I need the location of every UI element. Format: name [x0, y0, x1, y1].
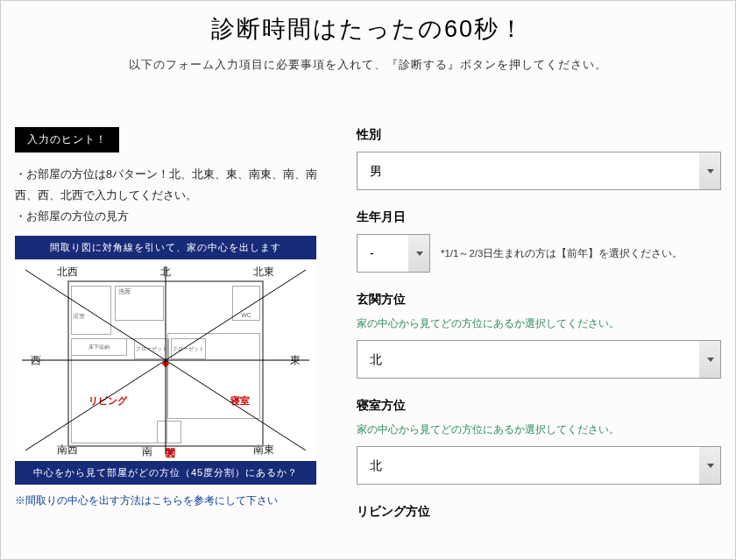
room-living-box — [71, 338, 167, 443]
dir-east: 東 — [290, 353, 301, 368]
page-title: 診断時間はたったの60秒！ — [1, 13, 735, 45]
diagram-bottom-bar: 中心をから見て部屋がどの方位（45度分割）にあるか？ — [15, 461, 316, 485]
living-direction-label: リビング方位 — [357, 504, 721, 520]
room-entrance-box — [157, 421, 181, 443]
gender-select[interactable]: 男 — [357, 152, 721, 190]
hint-line-1: ・お部屋の方位は8パターン！北、北東、東、南東、南、南西、西、北西で入力してくだ… — [15, 165, 323, 207]
birth-year-select[interactable]: - — [357, 234, 430, 273]
room-bath-label: 浴室 — [73, 312, 85, 321]
birth-note: *1/1～2/3日生まれの方は【前年】を選択ください。 — [441, 247, 683, 260]
bedroom-direction-help: 家の中心から見てどの方位にあるか選択してください。 — [357, 422, 721, 437]
room-wc: WC — [232, 286, 260, 321]
dir-northeast: 北東 — [253, 265, 274, 280]
room-living-label: リビング — [88, 394, 127, 408]
dir-north: 北 — [160, 265, 171, 280]
birthdate-label: 生年月日 — [357, 209, 721, 225]
entrance-direction-select[interactable]: 北 — [357, 340, 721, 379]
floorplan-diagram: 北 南 東 西 北東 北西 南東 南西 浴室 洗面 WC 床下収納 クローゼット… — [15, 259, 316, 461]
dir-northwest: 北西 — [57, 265, 78, 280]
bedroom-direction-label: 寝室方位 — [357, 398, 721, 414]
room-bedroom-label: 寝室 — [230, 394, 250, 408]
room-bath — [71, 286, 111, 335]
entrance-direction-label: 玄関方位 — [357, 292, 721, 308]
gender-label: 性別 — [357, 127, 721, 143]
dir-west: 西 — [31, 353, 41, 368]
diagram-top-bar: 間取り図に対角線を引いて、家の中心を出します — [15, 236, 316, 259]
hint-line-2: ・お部屋の方位の見方 — [15, 207, 323, 228]
hint-badge: 入力のヒント！ — [15, 127, 119, 152]
room-wash-label: 洗面 — [118, 287, 131, 296]
entrance-direction-help: 家の中心から見てどの方位にあるか選択してください。 — [357, 316, 721, 331]
bedroom-direction-select[interactable]: 北 — [357, 446, 721, 485]
page-subtitle: 以下のフォーム入力項目に必要事項を入れて、『診断する』ボタンを押してください。 — [1, 57, 735, 73]
center-method-link[interactable]: ※間取りの中心を出す方法はこちらを参考にして下さい — [15, 493, 278, 508]
